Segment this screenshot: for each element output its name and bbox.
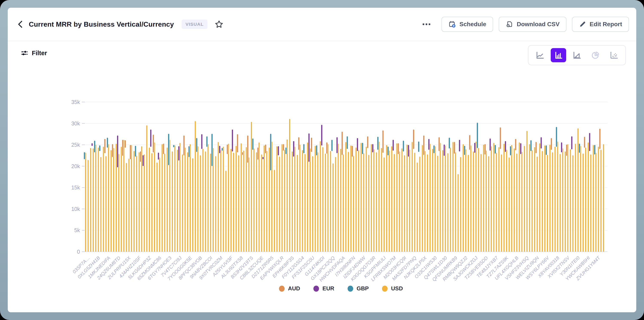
edit-report-label: Edit Report: [590, 21, 622, 28]
dot: [422, 23, 424, 25]
edit-report-button[interactable]: Edit Report: [572, 17, 629, 32]
page-title: Current MRR by Business Vertical/Currenc…: [29, 20, 174, 28]
filter-label: Filter: [32, 50, 47, 57]
svg-text:0: 0: [77, 249, 80, 255]
line-chart-icon: [536, 51, 544, 60]
legend-label-gbp: GBP: [356, 285, 369, 292]
area-chart-icon: [572, 51, 582, 60]
bars-usd: [85, 119, 604, 253]
chart-area: 05k10k15k20k25k30k35k03SP7A…0XLG5ZH41B1M…: [62, 92, 620, 286]
pie-chart-icon: [591, 51, 600, 60]
chart-legend: AUD EUR GBP USD: [62, 285, 620, 292]
chart-type-area[interactable]: [569, 48, 585, 62]
chart-type-bar-selected[interactable]: [551, 48, 566, 62]
legend-swatch-usd: [382, 286, 388, 292]
calendar-plus-icon: [448, 20, 456, 28]
legend-item-eur[interactable]: EUR: [314, 285, 334, 292]
svg-text:25k: 25k: [71, 142, 80, 148]
legend-swatch-aud: [279, 286, 284, 292]
more-options-button[interactable]: [420, 21, 432, 27]
legend-label-eur: EUR: [322, 285, 334, 292]
chart-type-line[interactable]: [532, 48, 548, 62]
svg-text:20k: 20k: [71, 163, 80, 169]
chart-type-pie[interactable]: [588, 48, 603, 62]
chevron-left-icon: [18, 20, 23, 28]
window-frame: Current MRR by Business Vertical/Currenc…: [0, 0, 644, 320]
filter-sliders-icon: [21, 49, 28, 57]
download-csv-button[interactable]: Download CSV: [499, 17, 566, 32]
bar-chart-canvas[interactable]: 05k10k15k20k25k30k35k03SP7A…0XLG5ZH41B1M…: [62, 92, 620, 286]
pencil-icon: [579, 21, 586, 28]
star-icon: [215, 20, 223, 28]
legend-label-aud: AUD: [288, 285, 300, 292]
svg-text:30k: 30k: [71, 120, 80, 126]
report-header: Current MRR by Business Vertical/Currenc…: [8, 8, 636, 41]
dot: [426, 23, 427, 25]
legend-label-usd: USD: [391, 285, 403, 292]
favorite-button[interactable]: [215, 20, 223, 28]
visual-badge: VISUAL: [182, 19, 208, 29]
chart-type-scatter[interactable]: [606, 48, 622, 62]
svg-text:35k: 35k: [71, 99, 80, 105]
report-window: Current MRR by Business Vertical/Currenc…: [8, 8, 636, 312]
download-csv-label: Download CSV: [517, 21, 560, 28]
svg-text:15k: 15k: [71, 185, 80, 191]
svg-text:5k: 5k: [74, 227, 80, 233]
chart-toolbar: Filter: [8, 41, 636, 69]
legend-swatch-gbp: [348, 286, 353, 292]
x-axis-labels: 03SP7A…0XLG5ZH41B1MKJNEDIFA24QZ6UM8TD2UL…: [72, 255, 602, 283]
legend-item-usd[interactable]: USD: [382, 285, 403, 292]
filter-button[interactable]: Filter: [21, 49, 47, 57]
legend-item-gbp[interactable]: GBP: [348, 285, 369, 292]
download-file-icon: [506, 20, 513, 28]
legend-swatch-eur: [314, 286, 319, 292]
chart-type-switcher: [528, 45, 626, 65]
svg-text:10k: 10k: [71, 206, 80, 212]
bar-chart-icon: [554, 51, 563, 60]
back-button[interactable]: [16, 19, 25, 29]
schedule-button[interactable]: Schedule: [442, 17, 493, 32]
schedule-label: Schedule: [460, 21, 486, 28]
legend-item-aud[interactable]: AUD: [279, 285, 300, 292]
scatter-plot-icon: [610, 51, 618, 60]
dot: [428, 23, 430, 25]
